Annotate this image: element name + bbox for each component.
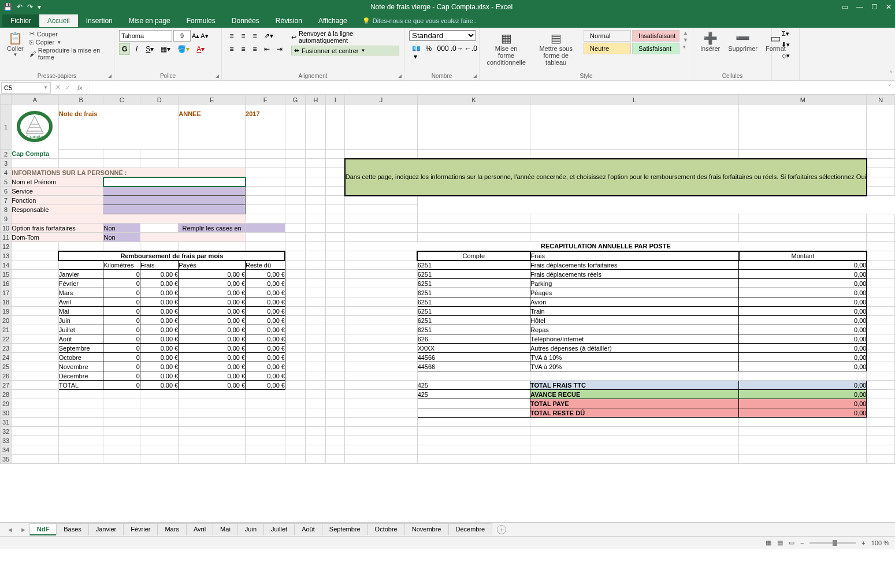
cell[interactable] — [345, 196, 417, 205]
cell[interactable] — [417, 224, 530, 233]
row-header[interactable]: 27 — [1, 381, 12, 390]
cell[interactable] — [867, 105, 895, 150]
cell[interactable] — [345, 371, 417, 381]
cell[interactable] — [246, 214, 285, 224]
cell[interactable] — [306, 297, 326, 307]
row-header[interactable]: 10 — [1, 224, 12, 233]
cell[interactable] — [345, 390, 417, 399]
paste-button[interactable]: 📋 Coller ▼ — [5, 30, 26, 58]
cell[interactable] — [306, 288, 326, 297]
cell[interactable] — [345, 455, 417, 464]
cell[interactable] — [345, 427, 417, 436]
cell[interactable] — [12, 325, 59, 334]
zoom-slider[interactable] — [809, 542, 856, 544]
cell[interactable] — [867, 288, 895, 297]
cell[interactable] — [12, 251, 59, 260]
cell[interactable] — [285, 205, 305, 214]
cell[interactable] — [739, 436, 867, 445]
row-header[interactable]: 11 — [1, 233, 12, 242]
cell[interactable] — [140, 418, 178, 427]
cell[interactable] — [345, 214, 417, 224]
cell[interactable] — [285, 288, 305, 297]
cell[interactable] — [739, 233, 867, 242]
zoom-out-icon[interactable]: − — [800, 539, 804, 546]
bold-button[interactable]: G — [119, 43, 130, 55]
row-header[interactable]: 16 — [1, 279, 12, 288]
cell[interactable] — [326, 187, 345, 196]
cell[interactable] — [140, 399, 178, 408]
cell[interactable] — [326, 105, 345, 150]
cell[interactable] — [285, 224, 305, 233]
cell[interactable] — [179, 390, 246, 399]
cell[interactable] — [326, 334, 345, 344]
cell[interactable] — [326, 196, 345, 205]
row-header[interactable]: 15 — [1, 270, 12, 279]
cell[interactable] — [345, 362, 417, 371]
row-header[interactable]: 19 — [1, 307, 12, 316]
cell[interactable] — [530, 214, 739, 224]
tab-fichier[interactable]: Fichier — [2, 14, 39, 27]
col-header[interactable]: B — [58, 95, 103, 105]
cell[interactable] — [417, 418, 530, 427]
tab-donnees[interactable]: Données — [224, 14, 268, 27]
gallery-more-icon[interactable]: ▾ — [683, 44, 688, 50]
row-header[interactable]: 25 — [1, 362, 12, 371]
cell[interactable] — [306, 362, 326, 371]
cell[interactable] — [345, 418, 417, 427]
info-input[interactable] — [103, 177, 246, 187]
cell[interactable] — [530, 371, 739, 381]
style-bad[interactable]: Insatisfaisant — [632, 30, 679, 42]
info-input[interactable] — [103, 196, 246, 205]
increase-decimal-icon[interactable]: .0→ — [448, 43, 461, 62]
cell[interactable] — [179, 418, 246, 427]
cell[interactable] — [867, 325, 895, 334]
cell[interactable] — [285, 260, 305, 270]
cell[interactable] — [179, 436, 246, 445]
cell[interactable] — [306, 187, 326, 196]
cell[interactable] — [345, 353, 417, 362]
tab-revision[interactable]: Révision — [268, 14, 310, 27]
cell[interactable] — [246, 187, 285, 196]
row-header[interactable]: 14 — [1, 260, 12, 270]
cell[interactable] — [867, 187, 895, 196]
cell[interactable] — [530, 455, 739, 464]
col-header[interactable]: E — [179, 95, 246, 105]
cell[interactable] — [103, 418, 140, 427]
cell[interactable] — [326, 150, 345, 159]
cell[interactable] — [179, 159, 246, 168]
view-pagebreak-icon[interactable]: ▭ — [789, 539, 794, 546]
decrease-indent-icon[interactable]: ⇤ — [261, 43, 273, 55]
cell[interactable] — [306, 251, 326, 260]
cell[interactable] — [306, 168, 326, 177]
spreadsheet-grid[interactable]: ABCDEFGHIJKLMN 1ComptaNote de fraisANNEE… — [0, 95, 895, 522]
cell[interactable] — [417, 105, 530, 150]
cell[interactable] — [12, 381, 59, 390]
cell[interactable] — [285, 233, 305, 242]
cell[interactable] — [326, 307, 345, 316]
wrap-text-button[interactable]: ↩Renvoyer à la ligne automatiquement — [291, 30, 399, 44]
col-header[interactable]: F — [246, 95, 285, 105]
orientation-icon[interactable]: ⇗▾ — [261, 30, 276, 42]
sheet-tab[interactable]: Bases — [56, 523, 89, 535]
cell[interactable] — [246, 177, 285, 187]
cell[interactable] — [306, 353, 326, 362]
sheet-tab[interactable]: Octobre — [367, 523, 405, 535]
cell[interactable] — [306, 325, 326, 334]
cell[interactable] — [103, 399, 140, 408]
cell[interactable] — [867, 307, 895, 316]
cell[interactable] — [306, 233, 326, 242]
cell[interactable] — [345, 105, 417, 150]
col-header[interactable]: L — [530, 95, 739, 105]
cell[interactable] — [345, 150, 417, 159]
cell[interactable] — [306, 205, 326, 214]
sheet-tab[interactable]: Septembre — [322, 523, 368, 535]
tab-affichage[interactable]: Affichage — [310, 14, 355, 27]
cell[interactable] — [867, 436, 895, 445]
cell[interactable] — [285, 427, 305, 436]
sheet-tab[interactable]: Mars — [157, 523, 186, 535]
clear-icon[interactable]: ◇▾ — [782, 52, 790, 59]
cell[interactable] — [530, 233, 739, 242]
cell[interactable] — [417, 150, 530, 159]
cell[interactable] — [417, 214, 530, 224]
collapse-ribbon-icon[interactable]: ˄ — [889, 70, 893, 78]
